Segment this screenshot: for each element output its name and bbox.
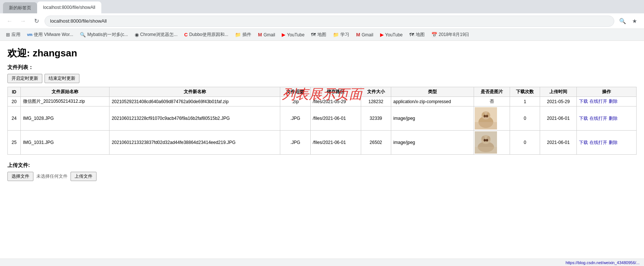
bookmark-vmware[interactable]: vm 使用 VMware Wor... [24,30,76,39]
cell-id: 24 [8,106,21,131]
bookmark-star-button[interactable]: ★ [629,16,640,26]
thumbnail-image [475,107,497,129]
cell-size: 26502 [361,131,391,155]
bookmarks-bar: ⊞ 应用 vm 使用 VMware Wor... 🔍 Mybatis的一对多(c… [0,29,644,41]
date-icon: 📅 [431,32,437,37]
bookmark-mybatis-label: Mybatis的一对多(c... [87,32,128,38]
download-link[interactable]: 下载 [579,99,588,104]
download-link[interactable]: 下载 [579,116,588,121]
browser-titlebar: 新的标签页 localhost:8000/file/showAll [0,0,644,13]
cell-original-name: 微信图片_20210505214312.zip [21,97,109,106]
bookmark-gmail2[interactable]: M Gmail [353,31,376,39]
th-is-image: 是否是图片 [474,87,510,97]
cell-size: 32339 [361,106,391,131]
table-header-row: ID 文件原始名称 文件新名称 文件后缀 储存路径 文件大小 类型 是否是图片 … [8,87,637,97]
map2-icon: 🗺 [409,32,414,37]
cell-upload-time: 2021-06-01 [540,106,577,131]
cell-ext: .JPG [280,131,310,155]
bookmark-map1[interactable]: 🗺 地图 [308,30,329,39]
delete-link[interactable]: 删除 [609,99,618,104]
bookmark-youtube1[interactable]: ▶ YouTube [279,31,307,39]
bookmark-study[interactable]: 📁 学习 [330,30,352,39]
open-online-link[interactable]: 在线打开 [589,99,607,104]
bookmark-chrome[interactable]: ◉ Chrome浏览器怎... [132,30,181,39]
cell-actions: 下载在线打开删除 [577,97,637,106]
file-table: ID 文件原始名称 文件新名称 文件后缀 储存路径 文件大小 类型 是否是图片 … [7,87,637,155]
delete-link[interactable]: 删除 [609,140,618,145]
back-button[interactable]: ← [4,16,15,26]
th-ext: 文件后缀 [280,87,310,97]
cell-downloads: 0 [510,106,540,131]
bookmark-dubbo[interactable]: C Dubbo使用原因和... [181,30,231,39]
cell-id: 20 [8,97,21,106]
cell-ext: .JPG [280,106,310,131]
cell-new-name: 20210529231408cd640a609d874762a90de69f43… [109,97,280,106]
dubbo-icon: C [184,32,187,37]
th-path: 储存路径 [310,87,361,97]
forward-button[interactable]: → [18,16,28,26]
table-row: 24IMG_1028.JPG20210601213228cf91070c9acb… [8,106,637,131]
tab-inactive[interactable]: 新的标签页 [3,2,37,13]
bookmark-study-label: 学习 [340,32,349,38]
bookmark-gmail1-label: Gmail [264,32,275,37]
bookmark-gmail1[interactable]: M Gmail [255,31,278,39]
cell-path: /files/2021-05-29 [310,97,361,106]
bookmark-chrome-label: Chrome浏览器怎... [140,32,178,38]
study-folder-icon: 📁 [333,32,339,37]
start-update-button[interactable]: 开启定时更新 [7,74,42,83]
gmail1-icon: M [258,32,262,37]
th-upload-time: 上传时间 [540,87,577,97]
cell-ext: .zip [280,97,310,106]
bookmark-date[interactable]: 📅 2018年8月19日 [428,30,473,39]
bookmark-youtube2[interactable]: ▶ YouTube [377,31,406,39]
svg-rect-15 [475,147,497,154]
plugins-folder-icon: 📁 [235,32,241,37]
tab-inactive-label: 新的标签页 [9,5,31,11]
th-size: 文件大小 [361,87,391,97]
upload-button[interactable]: 上传文件 [71,172,97,181]
cell-path: /files/2021-06-01 [310,106,361,131]
search-button[interactable]: 🔍 [617,16,628,26]
browser-toolbar: ← → ↻ 🔍 ★ [0,13,644,29]
open-online-link[interactable]: 在线打开 [589,116,607,121]
map1-icon: 🗺 [311,32,316,37]
address-bar[interactable] [45,16,614,27]
bookmark-plugins[interactable]: 📁 插件 [232,30,254,39]
vmware-icon: vm [27,33,32,37]
toolbar-icons: 🔍 ★ [617,16,640,26]
bookmark-map1-label: 地图 [317,32,326,38]
file-list-label: 文件列表： [7,64,637,71]
tab-active[interactable]: localhost:8000/file/showAll [37,1,101,13]
th-type: 类型 [391,87,474,97]
mybatis-icon: 🔍 [80,32,86,37]
stop-update-button[interactable]: 结束定时更新 [45,74,79,83]
cell-type: application/x-zip-compressed [391,97,474,106]
cell-id: 25 [8,131,21,155]
delete-link[interactable]: 删除 [609,116,618,121]
bookmark-youtube2-label: YouTube [385,32,403,37]
bookmark-date-label: 2018年8月19日 [439,32,470,38]
cell-type: image/jpeg [391,106,474,131]
page-title: 欢迎: zhangsan [7,47,637,60]
open-online-link[interactable]: 在线打开 [589,140,607,145]
table-row: 20微信图片_20210505214312.zip20210529231408c… [8,97,637,106]
cell-upload-time: 2021-06-01 [540,131,577,155]
bookmark-plugins-label: 插件 [242,32,251,38]
svg-point-14 [486,139,488,142]
cell-is-image [474,106,510,131]
download-link[interactable]: 下载 [579,140,588,145]
refresh-button[interactable]: ↻ [31,16,42,26]
upload-controls: 选择文件 未选择任何文件 上传文件 [7,172,637,181]
cell-original-name: IMG_1031.JPG [21,131,109,155]
bookmark-mybatis[interactable]: 🔍 Mybatis的一对多(c... [77,30,131,39]
cell-path: /files/2021-06-01 [310,131,361,155]
bookmark-map2[interactable]: 🗺 地图 [406,30,428,39]
tab-bar: 新的标签页 localhost:8000/file/showAll [3,0,101,13]
choose-file-button[interactable]: 选择文件 [7,172,33,181]
cell-downloads: 1 [510,97,540,106]
cell-new-name: 20210601213323837fd02d32ad44fe38864d2341… [109,131,280,155]
apps-icon: ⊞ [6,32,10,37]
bookmark-apps[interactable]: ⊞ 应用 [3,30,23,39]
bookmark-dubbo-label: Dubbo使用原因和... [189,32,228,38]
no-file-text: 未选择任何文件 [36,173,68,180]
